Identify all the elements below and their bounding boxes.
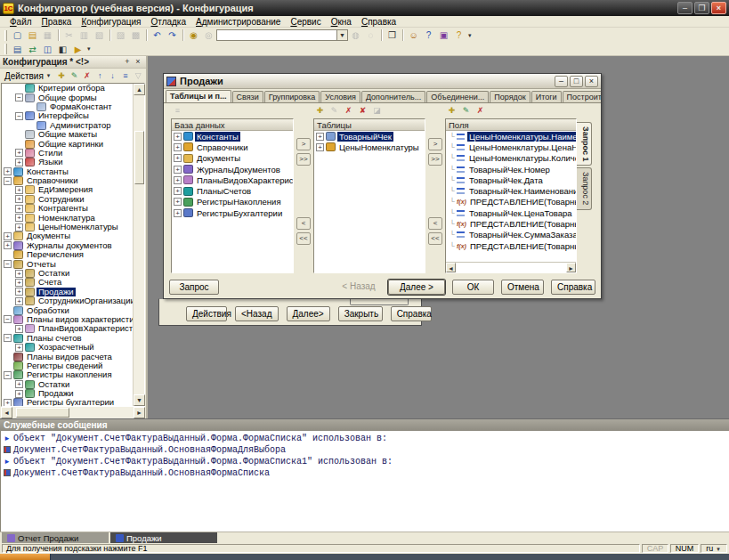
tree-item[interactable]: +ЕдИзмерения [2,185,133,194]
pin-icon[interactable]: + [122,57,133,67]
query-page-tab[interactable]: Запрос 1 [577,122,592,166]
field-item[interactable]: └ЦеныНоменклатуры.Наименование [446,131,576,142]
tree-item[interactable]: Перечисления [2,250,133,259]
tree-expander[interactable]: − [4,315,12,323]
field-item[interactable]: └ТоварныйЧек.Дата [446,174,576,185]
edit-field-icon[interactable]: ✎ [459,104,473,116]
fields-horizontal-scrollbar[interactable]: ◄ ► [446,262,576,272]
tree-item[interactable]: +Документы [2,231,133,240]
database-icon[interactable]: ◫ [40,43,55,56]
move-all-left-button[interactable]: << [296,232,311,245]
chevron-down-icon[interactable]: ▼ [336,30,347,40]
tree-expander[interactable]: + [4,241,12,249]
field-item[interactable]: └ЦеныНоменклатуры.ЦенаНаимено [446,142,576,152]
tree-expander[interactable]: + [15,380,23,388]
toolbar-grip[interactable] [4,30,7,41]
chevron-down-icon[interactable]: ▾ [466,32,474,39]
dialog-close-button[interactable]: × [585,76,598,87]
query-page-tab[interactable]: Запрос 2 [577,167,592,209]
tree-item[interactable]: −Регистры накопления [2,370,133,379]
tree-expander[interactable]: + [316,133,324,141]
redo-icon[interactable]: ↷ [165,28,180,42]
add-icon[interactable]: ✚ [55,69,67,82]
tree-item[interactable]: −Отчеты [2,259,133,268]
add-field-icon[interactable]: ✚ [445,104,458,116]
tree-expander[interactable]: + [174,143,182,151]
tree-item[interactable]: −Планы счетов [2,334,133,343]
tree-expander[interactable]: + [15,297,23,305]
tree-item[interactable]: +Хозрасчетный [2,343,133,352]
tab-3[interactable]: Группировка [264,91,320,102]
table-item[interactable]: +ТоварныйЧек [314,131,425,142]
tree-item[interactable]: −Справочники [2,176,133,185]
ok-button[interactable]: ОК [452,280,494,295]
tree-item[interactable]: +Остатки [2,269,133,278]
field-item[interactable]: └f(x)ПРЕДСТАВЛЕНИЕ(ТоварныйЧек.Ф [446,240,576,251]
move-right-button[interactable]: > [428,138,442,150]
database-item[interactable]: +РегистрыБухгалтерии [172,207,293,218]
field-item[interactable]: └f(x)ПРЕДСТАВЛЕНИЕ(ТоварныйЧек.Н [446,197,576,207]
tree-expander[interactable]: + [174,176,182,184]
help-icon[interactable]: ? [451,28,466,42]
database-item[interactable]: +РегистрыНакопления [172,197,293,207]
database-item[interactable]: +ЖурналыДокументов [172,164,293,174]
tree-item[interactable]: −Общие формы [2,93,133,101]
tree-item[interactable]: +ПланВидовХарактеристикХозрас [2,324,133,333]
tab-9[interactable]: Построитель [563,91,601,102]
menu-окна[interactable]: Окна [327,16,356,28]
message-line[interactable]: Документ.СчетФактураВыданный.ОсновнаяФор… [1,467,729,479]
message-line[interactable]: Документ.СчетФактураВыданный.ОсновнаяФор… [1,444,729,456]
tree-item[interactable]: −Планы видов характеристик [2,315,133,324]
scroll-thumb[interactable] [16,408,69,418]
chevron-down-icon[interactable]: ▾ [85,45,93,53]
tree-expander[interactable]: + [15,149,23,157]
tree-item[interactable]: +Счета [2,278,133,287]
tree-expander[interactable]: + [15,270,23,278]
open-file-icon[interactable]: ▤ [25,28,40,42]
partial-button[interactable] [350,299,409,305]
minimize-button[interactable]: – [677,2,693,14]
tutor-icon[interactable]: ☺ [406,28,421,42]
field-item[interactable]: └ТоварныйЧек.Номер [446,164,576,174]
tree-expander[interactable]: + [4,399,12,406]
scroll-left-icon[interactable]: ◄ [446,263,456,272]
cancel-button[interactable]: Отмена [501,280,544,295]
tree-item[interactable]: +ЦеныНоменклатуры [2,223,133,231]
menu-справка[interactable]: Справка [357,16,401,28]
tree-expander[interactable]: − [4,177,12,185]
wizard-back-button[interactable]: <Назад [235,306,279,321]
delete-field-icon[interactable]: ✗ [474,104,487,116]
tree-item[interactable]: +Продажи [2,389,133,398]
tree-expander[interactable]: + [15,223,23,231]
tree-item[interactable]: Обработки [2,305,133,314]
move-right-button[interactable]: > [296,138,311,150]
menu-сервис[interactable]: Сервис [286,16,325,28]
tree-item[interactable]: +Сотрудники [2,195,133,204]
tree-expander[interactable]: + [15,390,23,398]
dialog-minimize-button[interactable]: – [555,76,568,87]
tree-item[interactable]: Общие макеты [2,130,133,139]
app-window-icon[interactable]: ◧ [55,43,70,56]
scroll-down-icon[interactable]: ▼ [134,394,145,406]
compare-configuration-icon[interactable]: ⇄ [25,43,40,56]
window-tab[interactable]: Отчет Продажи [2,532,109,543]
close-button[interactable]: × [711,2,726,14]
menu-администрирование[interactable]: Администрирование [191,16,285,28]
tree-item[interactable]: Планы видов расчета [2,352,133,361]
tree-item[interactable]: +Стили [2,149,133,158]
tree-item[interactable]: ФормаКонстант [2,102,133,111]
tree-expander[interactable]: + [174,133,182,141]
move-all-right-button[interactable]: >> [296,153,311,166]
actions-menu-button[interactable]: Действия▾ [2,70,54,82]
menu-правка[interactable]: Правка [37,16,77,28]
tree-item[interactable]: +Контрагенты [2,204,133,213]
new-file-icon[interactable]: ▢ [10,28,25,42]
tree-expander[interactable]: + [15,214,23,222]
tree-item[interactable]: +Языки [2,158,133,166]
wizard-actions-button[interactable]: Действия ▾ [186,306,227,321]
tree-item[interactable]: −Интерфейсы [2,111,133,120]
database-item[interactable]: +Константы [172,131,293,142]
edit-icon[interactable]: ✎ [69,69,80,82]
search-text-combobox[interactable]: ▼ [216,29,348,41]
next-button[interactable]: Далее > [388,280,445,295]
